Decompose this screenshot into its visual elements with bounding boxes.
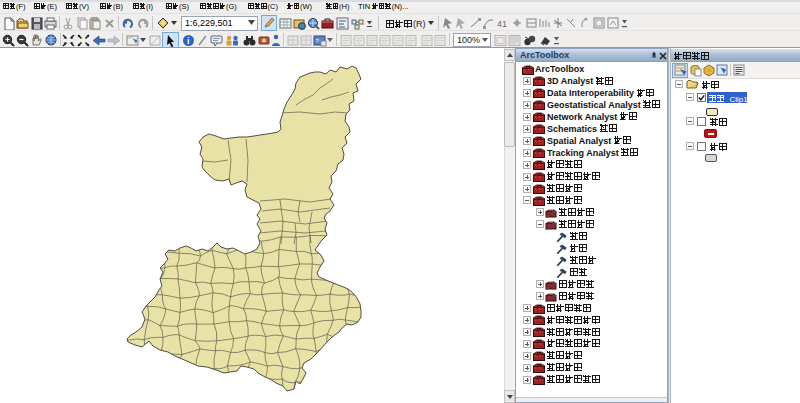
- svg-text:i: i: [187, 36, 190, 46]
- svg-text:41: 41: [497, 19, 507, 29]
